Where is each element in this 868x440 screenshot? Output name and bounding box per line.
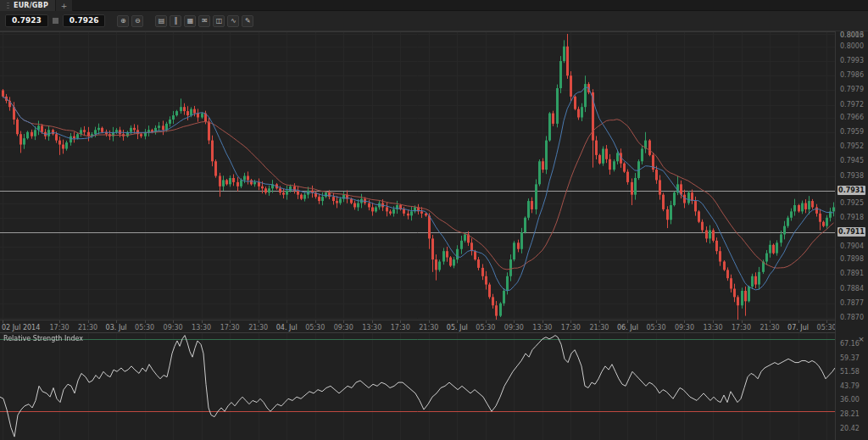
time-axis-label: 03. Jul (106, 324, 127, 331)
time-axis-label: 05:30 (305, 324, 325, 331)
time-axis-label: 13:30 (192, 324, 211, 331)
time-axis-tick (315, 320, 316, 323)
price-axis-label: 0.7979 (840, 86, 864, 93)
time-axis-tick (826, 320, 827, 323)
time-axis-label: 06. Jul (617, 324, 638, 331)
time-axis-tick (570, 320, 571, 323)
time-axis-tick (145, 320, 146, 323)
price-axis-label: 0.7986 (840, 71, 864, 79)
right-axis[interactable]: 0.80130.80060.80000.79930.79860.79790.79… (835, 31, 868, 440)
toolbar-button-duplicate-chart[interactable]: ◫ (213, 15, 225, 27)
rsi-axis-label: 59.37 (840, 354, 860, 362)
toolbar-button-chart-type[interactable]: ▤ (155, 15, 167, 27)
toolbar-button-alerts[interactable]: ✉ (198, 15, 210, 27)
time-axis-tick (486, 320, 487, 323)
time-axis-label: 05:30 (476, 324, 495, 331)
price-chart-pane[interactable] (0, 31, 835, 320)
toolbar-button-indicators[interactable]: ‖ (170, 15, 181, 27)
duplicate-chart-icon: ◫ (216, 17, 223, 25)
new-tab-button[interactable]: + (56, 0, 73, 11)
price-axis-label: 0.7952 (840, 142, 864, 150)
time-axis-tick (798, 320, 799, 323)
time-axis-label: 21:30 (760, 324, 780, 331)
price-axis-label: 0.8006 (840, 31, 864, 39)
rsi-axis-label: 20.42 (840, 425, 860, 432)
tab-eurgbp[interactable]: EUR/GBP (0, 0, 56, 11)
price-line-badge[interactable]: 0.7931 (837, 186, 865, 195)
bid-quote-button[interactable]: 0.7923 (5, 14, 48, 27)
time-axis-label: 05:30 (135, 324, 154, 331)
time-axis-tick (88, 320, 89, 323)
time-axis-tick (343, 320, 344, 323)
tab-label: EUR/GBP (14, 2, 48, 9)
price-axis-label: 0.7870 (840, 314, 864, 321)
time-axis-tick (230, 320, 231, 323)
rsi-canvas[interactable] (0, 333, 835, 440)
toolbar: 0.7923 0.7926 ⊕⊖ ▤‖▦✉◫∿✎ (0, 11, 868, 31)
time-axis-tick (742, 320, 743, 323)
time-axis-label: 13:30 (532, 324, 552, 331)
price-axis-label: 0.7898 (840, 255, 864, 263)
time-axis[interactable]: 02 Jul 201417:3021:3003. Jul05:3009:3013… (0, 320, 868, 332)
time-axis-label: 17:30 (732, 324, 751, 331)
time-axis-label: 13:30 (362, 324, 381, 331)
price-axis-label: 0.8000 (840, 42, 864, 50)
price-axis-label: 0.7938 (840, 172, 864, 180)
toolbar-button-templates[interactable]: ▦ (184, 15, 196, 27)
time-axis-label: 07. Jul (787, 324, 809, 331)
toolbar-button-zoom-out[interactable]: ⊖ (131, 15, 143, 27)
rsi-axis-label: 28.21 (840, 410, 860, 418)
price-canvas[interactable] (0, 32, 835, 320)
templates-icon: ▦ (187, 17, 194, 25)
indicators-icon: ‖ (174, 17, 177, 25)
time-axis-label: 21:30 (78, 324, 97, 331)
time-axis-label: 17:30 (50, 324, 70, 331)
time-axis-tick (627, 320, 628, 323)
chart-type-icon: ▤ (159, 17, 165, 25)
toolbar-button-line-chart[interactable]: ∿ (227, 15, 239, 27)
alerts-icon: ✉ (202, 17, 208, 25)
price-axis-label: 0.7966 (840, 114, 864, 121)
rsi-title: Relative Strength Index (3, 335, 83, 343)
price-axis-label: 0.7891 (840, 270, 864, 277)
toolbar-button-drawing-tools[interactable]: ✎ (242, 15, 253, 27)
time-axis-tick (202, 320, 203, 323)
time-axis-label: 17:30 (220, 324, 240, 331)
time-axis-tick (59, 320, 60, 323)
tab-bar: EUR/GBP + (0, 0, 868, 11)
time-axis-label: 09:30 (164, 324, 183, 331)
zoom-in-icon: ⊕ (120, 17, 126, 25)
price-axis-label: 0.7877 (840, 299, 864, 307)
price-axis-label: 0.7918 (840, 214, 864, 221)
drawing-tools-icon: ✎ (245, 17, 251, 25)
time-axis-tick (770, 320, 771, 323)
zoom-out-icon: ⊖ (135, 17, 141, 25)
time-axis-label: 05. Jul (447, 324, 468, 331)
trading-app-window: EUR/GBP + 0.7923 0.7926 ⊕⊖ ▤‖▦✉◫∿✎ 02 Ju… (0, 0, 868, 440)
time-axis-tick (514, 320, 515, 323)
rsi-axis-label: 36.00 (840, 396, 860, 404)
toolbar-button-zoom-in[interactable]: ⊕ (117, 15, 129, 27)
time-axis-tick (259, 320, 259, 323)
time-axis-tick (3, 320, 3, 323)
time-axis-label: 17:30 (391, 324, 410, 331)
time-axis-tick (599, 320, 600, 323)
chart-tools-group: ▤‖▦✉◫∿✎ (155, 15, 253, 27)
spread-indicator (53, 18, 58, 24)
time-axis-label: 05:30 (817, 324, 837, 331)
zoom-button-group: ⊕⊖ (117, 15, 143, 27)
time-axis-label: 21:30 (248, 324, 268, 331)
line-chart-icon: ∿ (231, 17, 236, 25)
time-axis-tick (372, 320, 373, 323)
time-axis-label: 09:30 (675, 324, 694, 331)
time-axis-tick (542, 320, 543, 323)
rsi-pane[interactable]: Relative Strength Index (0, 332, 835, 440)
time-axis-tick (116, 320, 117, 323)
price-line-badge[interactable]: 0.7911 (837, 227, 865, 237)
time-axis-tick (656, 320, 657, 323)
price-axis-label: 0.7904 (840, 242, 864, 250)
time-axis-tick (429, 320, 430, 323)
rsi-close-button[interactable]: × (856, 334, 866, 344)
ask-quote-button[interactable]: 0.7926 (63, 14, 106, 27)
rsi-axis-label: 51.58 (840, 368, 860, 376)
